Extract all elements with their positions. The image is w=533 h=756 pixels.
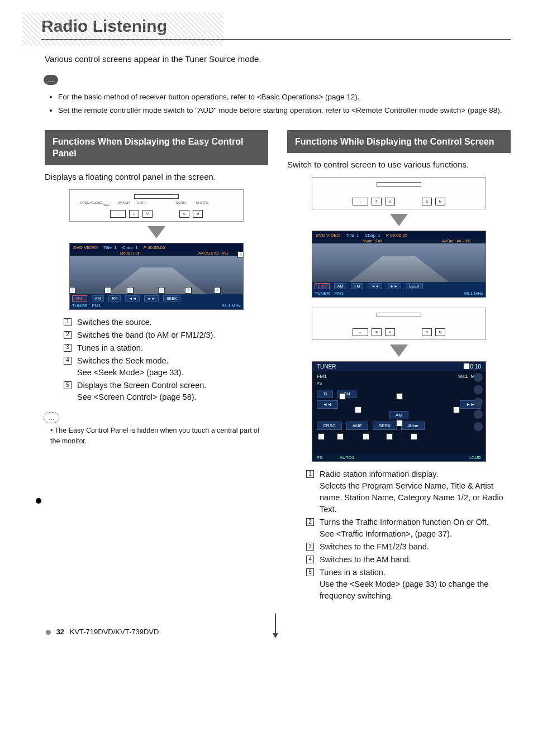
next-button: ►► [144, 295, 159, 302]
device-button: – [353, 328, 368, 336]
am-button: AM [92, 295, 104, 302]
intro-text: Various control screens appear in the Tu… [45, 54, 511, 64]
left-small-note: The Easy Control Panel is hidden when yo… [50, 425, 268, 447]
legend-num: 1 [306, 470, 314, 478]
section-sub-left: Displays a floating control panel in the… [45, 171, 268, 183]
legend-text: Tunes in a station. [77, 342, 143, 354]
device-button: S [422, 328, 432, 336]
device-button: V [142, 210, 153, 218]
dvd-avout-label: AV-OUT: AV - IN1 [198, 251, 229, 255]
callout-box: 5 [355, 406, 361, 413]
callout-box: 3 [396, 393, 403, 400]
device-button: F [372, 328, 382, 336]
arrow-down-icon [147, 226, 165, 238]
legend-text: Use the <Seek Mode> (page 33) to change … [320, 580, 488, 600]
tuner-ps-label: PS [317, 381, 322, 385]
note-item: For the basic method of receiver button … [58, 92, 511, 103]
legend-num: 4 [64, 357, 72, 365]
callout-box: 1 [69, 287, 75, 294]
legend-text: Switches the Seek mode. [77, 356, 169, 365]
callout-box: 4 [396, 420, 403, 427]
section-heading-right: Functions While Displaying the Control S… [287, 130, 511, 154]
callout-box: 1 [463, 363, 470, 370]
device-button: – [353, 198, 368, 205]
legend-right: 1Radio station information display.Selec… [306, 468, 511, 602]
callout-box: 4 [214, 287, 221, 294]
note-icon [44, 75, 58, 85]
section-heading-left: Functions When Displaying the Easy Contr… [45, 130, 268, 165]
device-button: S [422, 198, 432, 205]
device-panel-illustration: OPEN /CLOSE SEL AV OUT V.OFF SCRN M.CTRL… [69, 189, 244, 222]
device-button: V [385, 328, 395, 336]
callout-box: 6 [318, 433, 325, 440]
callout-box: 10 [411, 433, 417, 440]
device-label: AV OUT [118, 201, 130, 204]
callout-box: 3 [185, 287, 192, 294]
sub-note-icon [44, 412, 59, 423]
legend-num: 5 [64, 381, 72, 389]
arrow-down-icon [390, 214, 408, 226]
status-auto: AUTO1 [340, 455, 355, 460]
seek-button: SEEK [373, 422, 397, 430]
ti-button: TI [317, 390, 333, 398]
device-button: V [385, 198, 395, 205]
tuner-side-icons [472, 373, 484, 451]
device-panel-illustration: – F V S M [312, 308, 486, 340]
callout-box: 9 [386, 433, 393, 440]
fm-button: FM [108, 295, 121, 302]
callout-box: 3 [158, 287, 165, 294]
legend-text: Switches the source. [77, 317, 152, 328]
section-sub-right: Switch to control screen to use various … [287, 159, 511, 170]
callout-box: 7 [337, 433, 344, 440]
device-button: M [435, 198, 445, 205]
dvd-screen-illustration-right: DVD VIDEO Title 1 Chap 1 P 00:00:05 Mode… [312, 231, 486, 298]
tuner-label: TUNER [72, 303, 88, 308]
footer-model: KVT-719DVD/KVT-739DVD [70, 628, 159, 636]
legend-text: Radio station information display. [320, 470, 439, 479]
left-column: Functions When Displaying the Easy Contr… [45, 130, 268, 608]
page-notes: For the basic method of receiver button … [50, 92, 511, 117]
device-label: OPEN /CLOSE [80, 201, 103, 204]
legend-num: 3 [306, 543, 314, 551]
legend-left: 1Switches the source. 2Switches the band… [64, 317, 268, 403]
legend-num: 5 [306, 568, 314, 576]
legend-num: 2 [64, 331, 72, 339]
callout-box: 2 [127, 287, 134, 294]
decorative-dot [36, 498, 41, 504]
right-column: Functions While Displaying the Control S… [287, 130, 511, 608]
legend-text: Switches to the AM band. [320, 554, 411, 566]
callout-box: 2 [339, 393, 346, 400]
page-title: Radio Listening [41, 17, 511, 40]
am-button: AM [389, 411, 408, 419]
legend-text: Displays the Screen Control screen. [77, 381, 206, 390]
legend-text: Switches the band (to AM or FM1/2/3). [77, 329, 215, 341]
callout-box: 5 [453, 406, 460, 413]
legend-text: Selects the Program Service Name, Title … [320, 481, 503, 514]
device-button: S [179, 210, 189, 218]
device-button: F [372, 198, 382, 205]
tuner-band: FM1 [317, 374, 327, 379]
note-item: Set the remote controller mode switch to… [58, 105, 511, 116]
device-panel-illustration: – F V S M [312, 177, 486, 209]
device-label: SEL [103, 203, 110, 207]
legend-num: 1 [64, 318, 72, 326]
page-number: 32 [56, 628, 64, 636]
legend-text: See <Screen Control> (page 58). [77, 393, 197, 401]
callout-box: 5 [237, 251, 244, 258]
status-ps: PS [317, 455, 323, 460]
legend-text: Turns the Traffic Information function O… [320, 518, 489, 527]
device-label: SCRN [176, 201, 185, 204]
dvd-source-label: DVD VIDEO [73, 245, 98, 250]
legend-num: 2 [306, 518, 314, 526]
device-button: – [110, 210, 126, 218]
device-label: V.OFF [137, 201, 146, 204]
fourline-button: 4Line [401, 422, 425, 430]
prev-button: ◄◄ [317, 400, 338, 409]
arrow-down-icon [390, 344, 408, 357]
legend-num: 4 [306, 556, 314, 563]
prev-button: ◄◄ [125, 295, 140, 302]
status-loud: LOUD [469, 455, 481, 460]
band-label: FM1 [92, 303, 101, 308]
device-button: M [435, 328, 445, 336]
legend-text: See <Seek Mode> (page 33). [77, 368, 183, 377]
